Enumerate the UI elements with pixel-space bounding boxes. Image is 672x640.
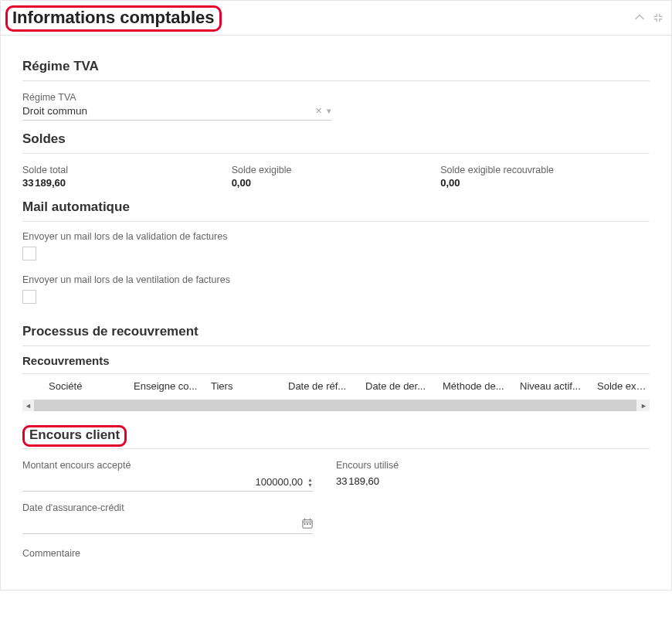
expand-icon[interactable] [653,12,664,26]
mail-ventilation-checkbox[interactable] [22,290,36,304]
col-date-der[interactable]: Date de der... [362,380,440,392]
encours-utilise-value: 33 189,60 [336,475,626,487]
chevron-down-icon[interactable]: ▾ [327,106,331,116]
solde-exigible-label: Solde exigible [232,165,441,175]
commentaire-label: Commentaire [22,548,650,559]
section-mail: Mail automatique [22,195,650,222]
svg-rect-5 [307,523,308,525]
date-assurance-label: Date d'assurance-crédit [22,502,313,513]
encours-accepte-input[interactable] [22,475,307,489]
regime-tva-label: Régime TVA [22,92,650,103]
mail-validation-label: Envoyer un mail lors de la validation de… [22,231,650,242]
scroll-left-icon[interactable]: ◄ [22,402,34,410]
regime-tva-value: Droit commun [22,105,87,117]
panel-body: Régime TVA Régime TVA Droit commun ✕ ▾ S… [1,35,671,559]
panel-title-highlight: Informations comptables [5,5,222,32]
section-encours-client: Encours client [29,427,120,443]
collapse-icon[interactable] [634,12,645,26]
panel-header: Informations comptables [1,1,671,35]
quantity-stepper[interactable]: ▲▼ [307,477,313,488]
col-solde[interactable]: Solde exigib. [594,380,650,392]
section-soldes: Soldes [22,127,650,154]
solde-recouvrable-value: 0,00 [440,177,650,189]
section-regime-tva: Régime TVA [22,54,650,81]
svg-rect-6 [310,523,311,525]
recouvrements-table-header: Société Enseigne co... Tiers Date de réf… [22,374,650,400]
solde-total-value: 33 189,60 [22,177,232,189]
solde-total-label: Solde total [22,165,232,175]
solde-recouvrable-label: Solde exigible recouvrable [440,165,650,175]
col-niveau[interactable]: Niveau actif... [517,380,594,392]
accounting-info-panel: Informations comptables Régime TVA Régim… [0,0,672,591]
calendar-icon[interactable] [302,518,313,531]
col-enseigne[interactable]: Enseigne co... [131,380,208,392]
scroll-right-icon[interactable]: ► [638,402,650,410]
encours-accepte-label: Montant encours accepté [22,460,313,471]
col-date-ref[interactable]: Date de réf... [285,380,362,392]
mail-ventilation-label: Envoyer un mail lors de la ventilation d… [22,274,650,285]
solde-exigible-value: 0,00 [232,177,441,189]
col-methode[interactable]: Méthode de... [440,380,517,392]
mail-validation-checkbox[interactable] [22,247,36,260]
col-tiers[interactable]: Tiers [208,380,285,392]
regime-tva-select[interactable]: Droit commun ✕ ▾ [22,103,331,121]
table-horizontal-scrollbar[interactable]: ◄ ► [22,400,650,411]
subsection-recouvrements: Recouvrements [22,349,650,374]
section-recouvrement: Processus de recouvrement [22,319,650,346]
encours-heading-highlight: Encours client [22,425,127,447]
col-societe[interactable]: Société [46,380,131,392]
encours-utilise-label: Encours utilisé [336,460,626,471]
clear-icon[interactable]: ✕ [315,106,322,116]
svg-rect-4 [304,523,306,525]
date-assurance-input[interactable] [22,518,302,531]
panel-title: Informations comptables [12,8,215,28]
